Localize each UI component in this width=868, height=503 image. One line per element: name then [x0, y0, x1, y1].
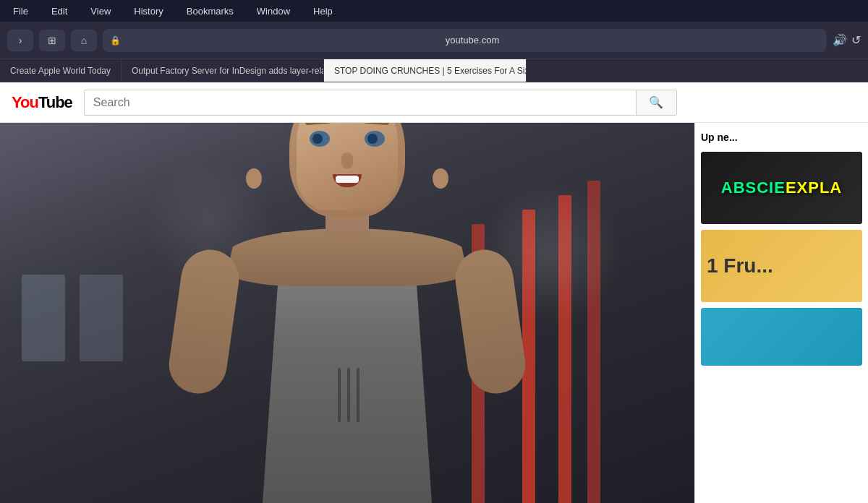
- search-bar[interactable]: 🔍: [84, 90, 677, 116]
- search-button[interactable]: 🔍: [636, 90, 676, 116]
- browser-toolbar: › ⊞ ⌂ 🔒 youtube.com 🔊 ↺: [0, 22, 868, 59]
- menu-history[interactable]: History: [129, 4, 167, 18]
- menu-file[interactable]: File: [9, 4, 33, 18]
- tab-2[interactable]: STOP DOING CRUNCHES | 5 Exercises For A …: [324, 59, 527, 82]
- url-text: youtube.com: [125, 35, 820, 46]
- search-icon: 🔍: [649, 95, 663, 109]
- toolbar-right-controls: 🔊 ↺: [833, 33, 861, 47]
- up-next-label: Up ne...: [701, 129, 862, 146]
- menu-bar: File Edit View History Bookmarks Window …: [0, 0, 868, 22]
- home-icon: ⌂: [81, 35, 87, 46]
- home-button[interactable]: ⌂: [71, 30, 97, 51]
- youtube-header: YouTube 🔍: [0, 82, 868, 123]
- lock-icon: 🔒: [110, 35, 121, 46]
- menu-view[interactable]: View: [86, 4, 115, 18]
- sidebar-icon: ⊞: [48, 35, 56, 46]
- address-bar[interactable]: 🔒 youtube.com: [103, 29, 827, 52]
- tab-1[interactable]: Output Factory Server for InDesign adds …: [122, 59, 324, 82]
- tab-0[interactable]: Create Apple World Today: [0, 59, 122, 82]
- sidebar: Up ne... AB SCIE EXPLA 1 Fru...: [694, 123, 868, 503]
- main-content: Up ne... AB SCIE EXPLA 1 Fru...: [0, 123, 868, 503]
- reload-icon[interactable]: ↺: [851, 33, 861, 47]
- menu-window[interactable]: Window: [252, 4, 294, 18]
- menu-bookmarks[interactable]: Bookmarks: [182, 4, 238, 18]
- sidebar-toggle-button[interactable]: ⊞: [39, 30, 65, 51]
- video-area[interactable]: [0, 123, 694, 503]
- sidebar-thumbnail-3[interactable]: [701, 308, 862, 366]
- volume-icon[interactable]: 🔊: [833, 33, 847, 47]
- youtube-logo[interactable]: YouTube: [12, 93, 72, 112]
- menu-help[interactable]: Help: [309, 4, 337, 18]
- back-button[interactable]: ›: [7, 30, 33, 51]
- sidebar-thumbnail-1[interactable]: AB SCIE EXPLA: [701, 152, 862, 224]
- video-frame: [0, 123, 694, 503]
- sidebar-thumbnail-2[interactable]: 1 Fru...: [701, 230, 862, 302]
- tabs-bar: Create Apple World Today Output Factory …: [0, 59, 868, 82]
- search-input[interactable]: [85, 96, 636, 109]
- menu-edit[interactable]: Edit: [47, 4, 72, 18]
- back-icon: ›: [19, 35, 22, 46]
